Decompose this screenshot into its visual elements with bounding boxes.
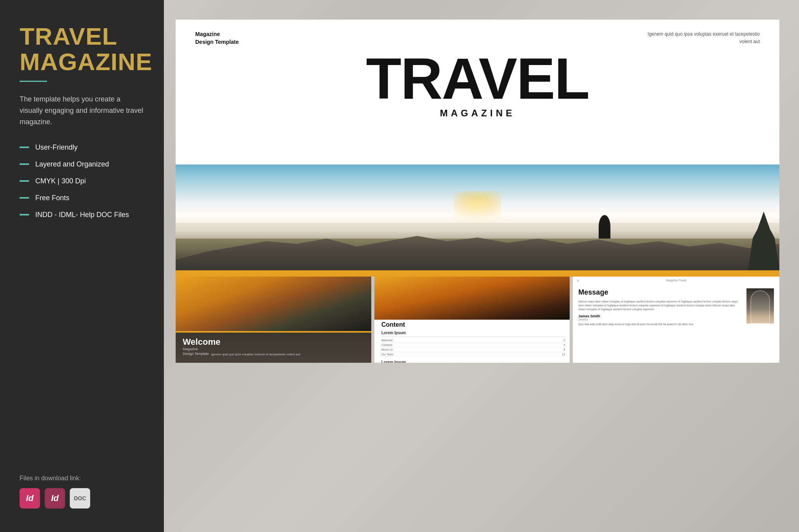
file-icons-row: Id Id DOC: [20, 488, 144, 508]
arch-shape: [750, 290, 770, 324]
product-description: The template helps you create a visually…: [20, 94, 144, 127]
files-label: Files in download link:: [20, 475, 144, 482]
feature-label-4: Free Fonts: [35, 194, 69, 202]
title-underline: [20, 81, 47, 82]
thumb-message-mag-label: Magazine Travel: [666, 279, 686, 282]
feature-label-1: User-Friendly: [35, 143, 78, 152]
page-header: Magazine Design Template Igenem quid quo…: [176, 20, 779, 46]
thumbnail-row: 1 Magazine Travel Welcome MagazineDesign…: [176, 277, 779, 363]
thumb-welcome-bar: [176, 331, 371, 333]
title-line1: TRAVEL: [20, 23, 117, 50]
message-quote: Quo rata eate vollit abor aliqu escia et…: [578, 322, 743, 326]
feature-dash-1: [20, 147, 29, 148]
feature-dash-5: [20, 214, 29, 215]
header-label-line2: Design Template: [195, 38, 239, 46]
feature-item-5: INDD - IDML- Help DOC Files: [20, 211, 144, 219]
feature-label-3: CMYK | 300 Dpi: [35, 177, 86, 185]
file-icon-indd2[interactable]: Id: [45, 488, 65, 508]
thumb-welcome: 1 Magazine Travel Welcome MagazineDesign…: [176, 277, 371, 363]
feature-label-5: INDD - IDML- Help DOC Files: [35, 211, 129, 219]
left-panel: TRAVEL MAGAZINE The template helps you c…: [0, 0, 164, 532]
message-name: James Smith: [578, 314, 743, 318]
content-line-aboutus: About Us8: [381, 347, 565, 352]
content-sub-heading2: Lorem Ipsum: [381, 360, 565, 363]
thumb-content: 2 Magazine Travel Content Lorem Ipsum We…: [374, 277, 570, 363]
feature-dash-3: [20, 180, 29, 182]
feature-label-2: Layered and Organized: [35, 160, 109, 168]
feature-item-1: User-Friendly: [20, 143, 144, 152]
thumb-welcome-sub: MagazineDesign Template: [183, 347, 209, 356]
message-layout: Message Idicium sequi abor sitiam ivolup…: [578, 288, 774, 357]
content-line-contents: Contents4: [381, 343, 565, 347]
mag-title-large: TRAVEL: [176, 50, 779, 108]
mag-subtitle: MAGAZINE: [176, 108, 779, 119]
product-title: TRAVEL MAGAZINE: [20, 24, 144, 74]
feature-item-2: Layered and Organized: [20, 160, 144, 168]
thumb-message-page-num: 3: [577, 279, 578, 282]
person-silhouette: [599, 215, 610, 239]
file-icon-indd[interactable]: Id: [20, 488, 40, 508]
feature-dash-2: [20, 163, 29, 165]
yellow-bar: [176, 270, 779, 277]
message-left-col: Message Idicium sequi abor sitiam ivolup…: [578, 288, 743, 357]
thumb-content-text: Content Lorem Ipsum Welcome2 Contents4 A…: [381, 321, 565, 363]
file-icon-doc[interactable]: DOC: [70, 488, 90, 508]
page-header-left: Magazine Design Template: [195, 31, 239, 46]
message-name-sub: Director: [578, 318, 743, 321]
page-header-right: Igenem quid quo ipsa voluptas exeruet et…: [642, 31, 760, 46]
feature-item-3: CMYK | 300 Dpi: [20, 177, 144, 185]
thumb-welcome-text: Igenem quid quo ipsa voluptas exeruet et…: [211, 353, 367, 356]
mag-title-area: TRAVEL MAGAZINE: [176, 46, 779, 122]
feature-dash-4: [20, 197, 29, 199]
content-line-welcome: Welcome2: [381, 338, 565, 343]
content-line-ourteam: Our Team12: [381, 352, 565, 357]
files-section: Files in download link: Id Id DOC: [20, 475, 144, 508]
message-heading: Message: [578, 288, 743, 297]
thumb-welcome-photo: [176, 277, 371, 333]
features-list: User-Friendly Layered and Organized CMYK…: [20, 143, 144, 228]
cloud-layer: [176, 196, 779, 239]
content-sub-heading1: Lorem Ipsum: [381, 331, 565, 335]
main-content: Magazine Design Template Igenem quid quo…: [164, 0, 799, 532]
content-heading: Content: [381, 321, 565, 328]
thumb-content-photo: [374, 277, 570, 320]
feature-item-4: Free Fonts: [20, 194, 144, 202]
magazine-page-top: Magazine Design Template Igenem quid quo…: [176, 20, 779, 165]
thumb-message: 3 Magazine Travel Message Idicium sequi …: [573, 277, 779, 363]
message-photo: [746, 288, 774, 324]
header-label-line1: Magazine: [195, 31, 239, 38]
title-line2: MAGAZINE: [20, 48, 153, 75]
thumb-welcome-label: Welcome: [183, 337, 220, 347]
content-lines1: Welcome2 Contents4 About Us8 Our Team12: [381, 337, 565, 357]
message-body: Idicium sequi abor sitiam ivoluptas et f…: [578, 300, 743, 311]
landscape-photo: [176, 165, 779, 270]
